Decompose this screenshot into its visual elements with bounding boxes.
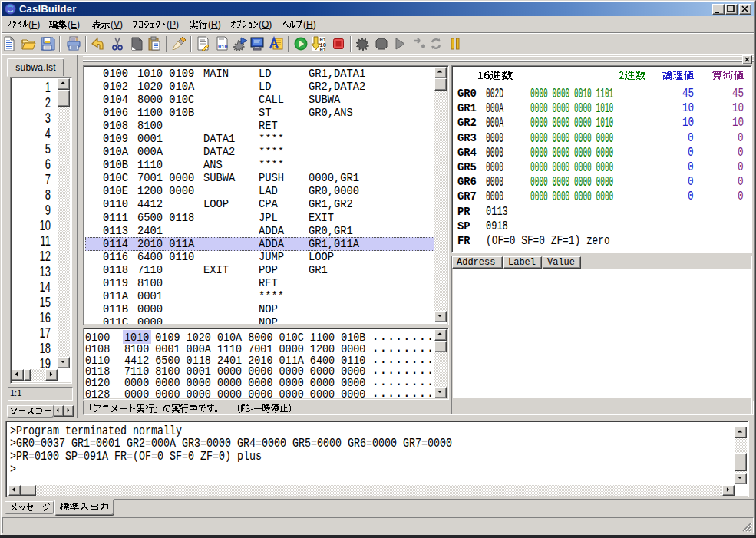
svg-text:01: 01 bbox=[320, 47, 326, 51]
svg-text:010: 010 bbox=[218, 44, 228, 50]
